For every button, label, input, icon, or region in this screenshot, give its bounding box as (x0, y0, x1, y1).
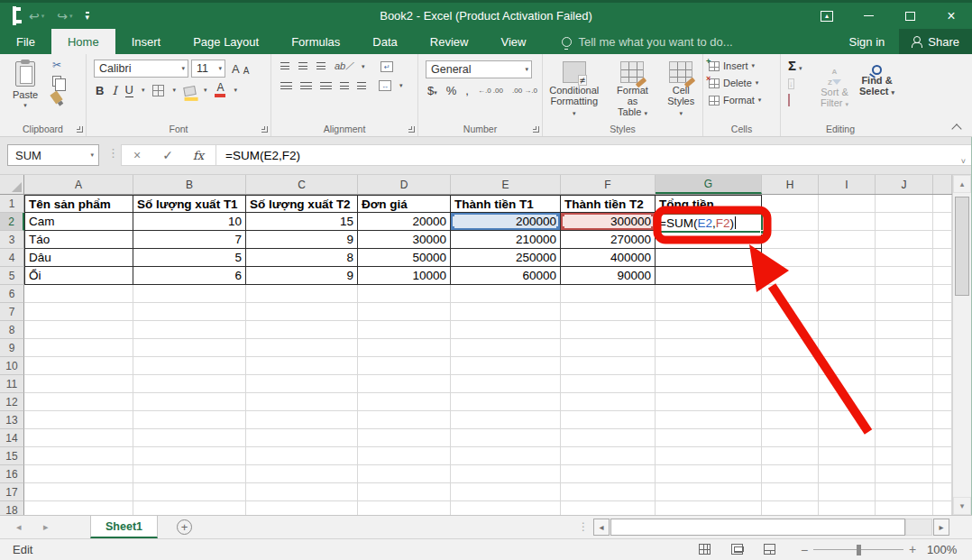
cell-J9[interactable] (876, 339, 933, 357)
cell-A15[interactable] (24, 447, 133, 465)
menu-tab-home[interactable]: Home (51, 29, 115, 54)
decrease-font-button[interactable]: A (243, 66, 250, 76)
cell-H16[interactable] (762, 465, 819, 483)
cell-B18[interactable] (133, 501, 246, 515)
dialog-launcher-icon[interactable] (408, 126, 415, 133)
format-painter-button[interactable] (50, 91, 62, 105)
cell-C12[interactable] (246, 393, 358, 411)
cell-H18[interactable] (762, 501, 819, 515)
column-header-E[interactable]: E (451, 175, 561, 194)
cell-B13[interactable] (133, 411, 246, 429)
cell-J6[interactable] (876, 285, 933, 303)
cell-D15[interactable] (358, 447, 451, 465)
cell-I9[interactable] (819, 339, 876, 357)
zoom-level[interactable]: 100% (927, 543, 957, 556)
cell-C7[interactable] (246, 303, 358, 321)
cell-I16[interactable] (819, 465, 876, 483)
decrease-indent-button[interactable] (340, 82, 349, 90)
cell-C8[interactable] (246, 321, 358, 339)
cell-B6[interactable] (133, 285, 246, 303)
cell-D1[interactable]: Đơn giá (358, 195, 451, 213)
add-sheet-button[interactable]: + (177, 519, 192, 535)
cell-A1[interactable]: Tên sản phẩm (24, 195, 133, 213)
increase-indent-button[interactable] (357, 82, 366, 90)
cell-J2[interactable] (876, 213, 933, 231)
fill-color-button[interactable] (183, 86, 197, 96)
cell-A9[interactable] (24, 339, 133, 357)
cell-H6[interactable] (762, 285, 819, 303)
cell-C10[interactable] (246, 357, 358, 375)
cell-J1[interactable] (876, 195, 933, 213)
cell-J13[interactable] (876, 411, 933, 429)
cell-partial[interactable] (933, 267, 952, 285)
cell-J3[interactable] (876, 231, 933, 249)
row-header-11[interactable]: 11 (0, 375, 24, 393)
row-header-7[interactable]: 7 (0, 303, 24, 321)
cell-D13[interactable] (358, 411, 451, 429)
cell-J18[interactable] (876, 501, 933, 515)
cell-E7[interactable] (451, 303, 561, 321)
cell-G10[interactable] (656, 357, 762, 375)
currency-button[interactable]: $▾ (427, 84, 437, 97)
bold-button[interactable]: B (96, 84, 104, 97)
cell-H13[interactable] (762, 411, 819, 429)
cell-H9[interactable] (762, 339, 819, 357)
copy-button[interactable] (52, 76, 61, 87)
cell-partial[interactable] (933, 339, 952, 357)
cell-D7[interactable] (358, 303, 451, 321)
cell-J12[interactable] (876, 393, 933, 411)
cell-J11[interactable] (876, 375, 933, 393)
cell-H8[interactable] (762, 321, 819, 339)
align-right-button[interactable] (320, 82, 332, 90)
formula-bar-splitter[interactable]: ⋮ (107, 146, 119, 160)
cell-B11[interactable] (133, 375, 246, 393)
cell-A18[interactable] (24, 501, 133, 515)
cell-J15[interactable] (876, 447, 933, 465)
cell-A17[interactable] (24, 483, 133, 501)
scroll-up-button[interactable]: ▴ (953, 175, 971, 193)
formula-input[interactable]: =SUM(E2,F2) (218, 149, 300, 162)
cell-B17[interactable] (133, 483, 246, 501)
cell-I12[interactable] (819, 393, 876, 411)
borders-button[interactable] (152, 85, 164, 96)
insert-function-button[interactable]: fx (183, 148, 214, 162)
sheet-tab-sheet1[interactable]: Sheet1 (90, 516, 158, 538)
cell-J17[interactable] (876, 483, 933, 501)
cell-H5[interactable] (762, 267, 819, 285)
wrap-text-button[interactable]: ↵ (381, 61, 393, 72)
cell-partial[interactable] (933, 375, 952, 393)
cell-partial[interactable] (933, 393, 952, 411)
cell-F16[interactable] (561, 465, 656, 483)
cell-D6[interactable] (358, 285, 451, 303)
cell-partial[interactable] (933, 231, 952, 249)
cell-F18[interactable] (561, 501, 656, 515)
cell-partial[interactable] (933, 213, 952, 231)
name-box[interactable]: SUM ▾ (7, 144, 99, 166)
cell-B5[interactable]: 6 (133, 267, 246, 285)
cell-E11[interactable] (451, 375, 561, 393)
cell-G6[interactable] (656, 285, 762, 303)
row-header-4[interactable]: 4 (0, 249, 24, 267)
cell-A6[interactable] (24, 285, 133, 303)
cell-D9[interactable] (358, 339, 451, 357)
cell-C17[interactable] (246, 483, 358, 501)
cell-B3[interactable]: 7 (133, 231, 246, 249)
orientation-button[interactable]: ab⟋ (335, 60, 353, 72)
menu-tab-formulas[interactable]: Formulas (275, 29, 356, 54)
align-top-button[interactable] (280, 62, 289, 70)
cell-D2[interactable]: 20000 (358, 213, 451, 231)
maximize-button[interactable] (889, 0, 931, 32)
cell-B2[interactable]: 10 (133, 213, 246, 231)
cell-J10[interactable] (876, 357, 933, 375)
cell-F5[interactable]: 90000 (561, 267, 656, 285)
cell-F1[interactable]: Thành tiền T2 (561, 195, 656, 213)
cell-G9[interactable] (656, 339, 762, 357)
enter-button[interactable]: ✓ (152, 148, 183, 162)
cell-G14[interactable] (656, 429, 762, 447)
cell-H14[interactable] (762, 429, 819, 447)
column-header-J[interactable]: J (876, 175, 933, 194)
column-header-C[interactable]: C (246, 175, 358, 194)
delete-cells-button[interactable]: Delete ▾ (709, 78, 780, 88)
fill-handle[interactable] (760, 230, 765, 234)
cell-D3[interactable]: 30000 (358, 231, 451, 249)
